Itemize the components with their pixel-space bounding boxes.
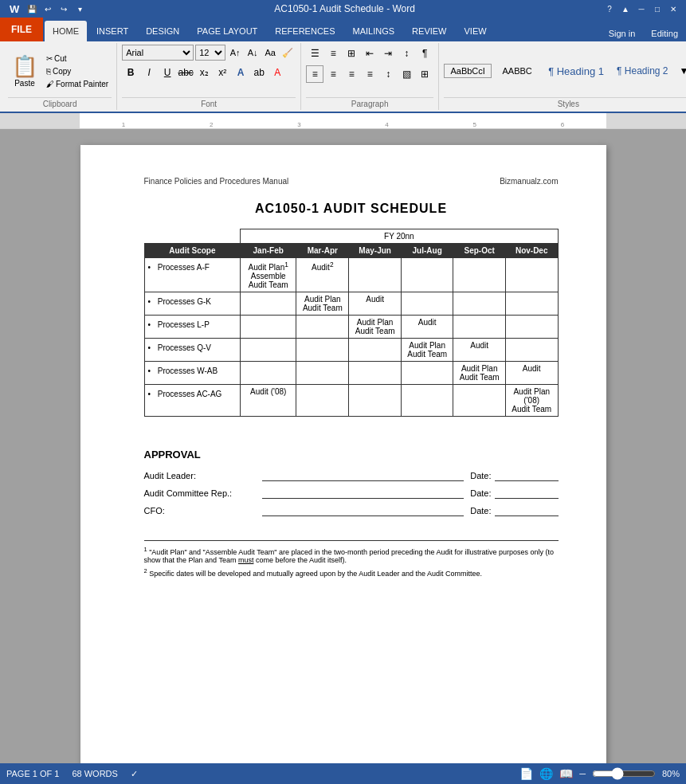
font-color-btn[interactable]: A bbox=[269, 64, 286, 81]
text-effects-btn[interactable]: A bbox=[232, 64, 249, 81]
maximize-btn[interactable]: □ bbox=[651, 2, 664, 15]
ribbon-toggle-btn[interactable]: ▲ bbox=[619, 2, 632, 15]
page-count: PAGE 1 OF 1 bbox=[6, 769, 59, 778]
redo-quick-btn[interactable]: ↪ bbox=[57, 2, 70, 15]
bold-btn[interactable]: B bbox=[122, 64, 139, 81]
superscript-btn[interactable]: x² bbox=[214, 64, 231, 81]
doc-header: Finance Policies and Procedures Manual B… bbox=[144, 177, 559, 186]
copy-button[interactable]: ⎘ Copy bbox=[43, 65, 112, 77]
align-right-btn[interactable]: ≡ bbox=[343, 65, 360, 83]
tab-review[interactable]: REVIEW bbox=[404, 21, 454, 41]
title-bar: W 💾 ↩ ↪ ▾ AC1050-1 Audit Schedule - Word… bbox=[0, 0, 686, 18]
styles-gallery-scroll-down[interactable]: ▼ bbox=[676, 62, 686, 80]
ruler-left-margin bbox=[0, 113, 16, 128]
justify-btn[interactable]: ≡ bbox=[361, 65, 378, 83]
style-no-spacing[interactable]: AABBC bbox=[493, 64, 541, 78]
save-quick-btn[interactable]: 💾 bbox=[25, 2, 38, 15]
numbering-btn[interactable]: ≡ bbox=[324, 45, 342, 62]
word-icon: W bbox=[6, 3, 22, 15]
tab-view[interactable]: VIEW bbox=[457, 21, 495, 41]
table-row: • Processes Q-V Audit PlanAudit Team Aud… bbox=[144, 339, 558, 362]
paste-button[interactable]: 📋 Paste bbox=[8, 52, 41, 90]
footnotes: 1 "Audit Plan" and "Assemble Audit Team"… bbox=[144, 540, 559, 578]
zoom-level: ─ bbox=[579, 769, 586, 778]
close-btn[interactable]: ✕ bbox=[667, 2, 680, 15]
audit-leader-line: Audit Leader: Date: bbox=[144, 470, 559, 481]
change-case-btn[interactable]: Aa bbox=[262, 45, 278, 61]
quick-access-toolbar: W 💾 ↩ ↪ ▾ bbox=[6, 2, 86, 15]
bullets-btn[interactable]: ☰ bbox=[306, 45, 323, 62]
ribbon-tabs: FILE HOME INSERT DESIGN PAGE LAYOUT REFE… bbox=[0, 18, 686, 41]
font-size-select[interactable]: 12 bbox=[195, 45, 225, 61]
text-highlight-btn[interactable]: ab bbox=[250, 64, 268, 81]
cut-icon: ✂ bbox=[46, 54, 53, 63]
grow-font-btn[interactable]: A↑ bbox=[227, 45, 243, 61]
doc-title: AC1050-1 AUDIT SCHEDULE bbox=[144, 202, 559, 216]
customize-quick-btn[interactable]: ▾ bbox=[73, 2, 86, 15]
format-painter-icon: 🖌 bbox=[46, 80, 54, 88]
tab-mailings[interactable]: MAILINGS bbox=[345, 21, 403, 41]
header-left: Finance Policies and Procedures Manual bbox=[144, 177, 289, 186]
line-spacing-btn[interactable]: ↕ bbox=[379, 65, 397, 83]
document-area: Finance Policies and Procedures Manual B… bbox=[0, 129, 686, 784]
tab-home[interactable]: HOME bbox=[45, 21, 87, 41]
ribbon-content: 📋 Paste ✂ Cut ⎘ Copy 🖌 Format Painter Cl… bbox=[0, 41, 686, 113]
paragraph-group: ☰ ≡ ⊞ ⇤ ⇥ ↕ ¶ ≡ ≡ ≡ ≡ ↕ ▧ ⊞ Paragraph bbox=[301, 43, 439, 110]
sort-btn[interactable]: ↕ bbox=[398, 45, 415, 62]
increase-indent-btn[interactable]: ⇥ bbox=[379, 45, 397, 62]
clear-format-btn[interactable]: 🧹 bbox=[280, 45, 296, 61]
format-painter-button[interactable]: 🖌 Format Painter bbox=[43, 78, 112, 90]
footnote-1: 1 "Audit Plan" and "Assemble Audit Team"… bbox=[144, 546, 559, 564]
borders-btn[interactable]: ⊞ bbox=[416, 65, 433, 83]
style-heading1[interactable]: ¶ Heading 1 bbox=[543, 63, 610, 80]
show-hide-btn[interactable]: ¶ bbox=[416, 45, 433, 62]
minimize-btn[interactable]: ─ bbox=[635, 2, 648, 15]
tab-file[interactable]: FILE bbox=[0, 18, 43, 41]
underline-btn[interactable]: U bbox=[159, 64, 176, 81]
cut-button[interactable]: ✂ Cut bbox=[43, 53, 112, 65]
approval-section: APPROVAL Audit Leader: Date: Audit Commi… bbox=[144, 449, 559, 516]
audit-table: FY 20nn Audit Scope Jan-Feb Mar-Apr May-… bbox=[144, 229, 559, 417]
strikethrough-btn[interactable]: abc bbox=[177, 64, 194, 81]
style-heading2[interactable]: ¶ Heading 2 bbox=[611, 63, 674, 79]
font-group: Arial 12 A↑ A↓ Aa 🧹 B I U abc x₂ x² A ab… bbox=[117, 43, 301, 110]
multilevel-btn[interactable]: ⊞ bbox=[343, 45, 360, 62]
tab-references[interactable]: REFERENCES bbox=[267, 21, 343, 41]
tab-design[interactable]: DESIGN bbox=[138, 21, 187, 41]
font-name-select[interactable]: Arial bbox=[122, 45, 194, 61]
sign-in[interactable]: Sign in bbox=[601, 29, 644, 41]
shrink-font-btn[interactable]: A↓ bbox=[245, 45, 261, 61]
clipboard-group: 📋 Paste ✂ Cut ⎘ Copy 🖌 Format Painter Cl… bbox=[3, 43, 117, 110]
styles-group: AaBbCcI AABBC ¶ Heading 1 ¶ Heading 2 ▼ … bbox=[439, 43, 686, 110]
zoom-percent: 80% bbox=[662, 769, 680, 778]
table-row: • Processes A-F Audit Plan1Assemble Audi… bbox=[144, 258, 558, 292]
align-center-btn[interactable]: ≡ bbox=[324, 65, 342, 83]
layout-print-btn[interactable]: 📄 bbox=[519, 767, 533, 780]
table-row: • Processes W-AB Audit PlanAudit Team Au… bbox=[144, 362, 558, 385]
style-normal[interactable]: AaBbCcI bbox=[444, 64, 492, 78]
paste-icon: 📋 bbox=[12, 54, 37, 79]
zoom-slider[interactable] bbox=[592, 767, 656, 780]
layout-web-btn[interactable]: 🌐 bbox=[539, 767, 553, 780]
undo-quick-btn[interactable]: ↩ bbox=[41, 2, 54, 15]
editing-indicator: Editing bbox=[643, 29, 686, 41]
layout-read-btn[interactable]: 📖 bbox=[559, 767, 573, 780]
status-bar: PAGE 1 OF 1 68 WORDS ✓ 📄 🌐 📖 ─ 80% bbox=[0, 763, 686, 784]
table-row: • Processes L-P Audit PlanAudit Team Aud… bbox=[144, 316, 558, 339]
shading-btn[interactable]: ▧ bbox=[398, 65, 415, 83]
proofing-icon[interactable]: ✓ bbox=[131, 769, 138, 779]
decrease-indent-btn[interactable]: ⇤ bbox=[361, 45, 378, 62]
tab-insert[interactable]: INSERT bbox=[88, 21, 136, 41]
audit-committee-line: Audit Committee Rep.: Date: bbox=[144, 488, 559, 499]
italic-btn[interactable]: I bbox=[140, 64, 158, 81]
copy-icon: ⎘ bbox=[46, 67, 51, 76]
subscript-btn[interactable]: x₂ bbox=[195, 64, 213, 81]
tab-page-layout[interactable]: PAGE LAYOUT bbox=[189, 21, 265, 41]
ruler-area: 123456 bbox=[0, 113, 686, 129]
align-left-btn[interactable]: ≡ bbox=[306, 65, 323, 83]
approval-title: APPROVAL bbox=[144, 449, 559, 461]
help-btn[interactable]: ? bbox=[603, 2, 616, 15]
word-count: 68 WORDS bbox=[72, 769, 117, 778]
footnote-2: 2 Specific dates will be developed and m… bbox=[144, 567, 559, 578]
ruler: 123456 bbox=[16, 113, 686, 128]
